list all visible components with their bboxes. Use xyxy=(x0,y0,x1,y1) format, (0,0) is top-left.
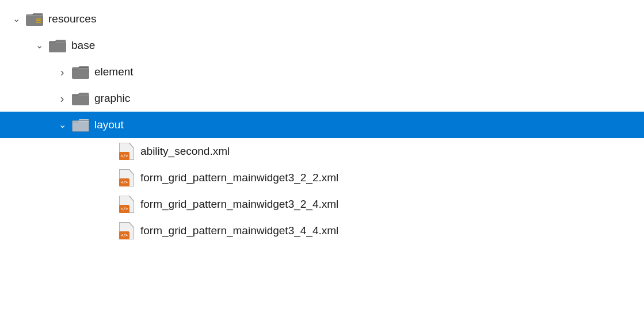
xml-file-icon: </> xyxy=(117,169,136,187)
folder-icon xyxy=(71,64,90,80)
folder-icon xyxy=(25,11,44,27)
tree-item-base[interactable]: base xyxy=(0,32,644,59)
svg-rect-3 xyxy=(36,18,41,20)
item-label: form_grid_pattern_mainwidget3_2_4.xml xyxy=(140,198,338,211)
tree-item-resources[interactable]: resources xyxy=(0,6,644,32)
chevron-right-icon[interactable] xyxy=(55,65,69,79)
xml-file-icon: </> xyxy=(117,195,136,214)
item-label: ability_second.xml xyxy=(140,145,230,158)
item-label: form_grid_pattern_mainwidget3_2_2.xml xyxy=(140,171,338,184)
chevron-down-icon[interactable] xyxy=(55,118,69,132)
item-label: base xyxy=(71,39,95,52)
folder-icon xyxy=(71,90,90,106)
chevron-down-icon[interactable] xyxy=(32,39,46,52)
tree-item-ability_second[interactable]: </> ability_second.xml xyxy=(0,138,644,165)
item-label: form_grid_pattern_mainwidget3_4_4.xml xyxy=(140,224,338,237)
item-label: element xyxy=(94,66,134,78)
item-label: graphic xyxy=(94,92,130,105)
tree-item-layout[interactable]: layout xyxy=(0,112,644,138)
file-tree: resources base element graphic layout </… xyxy=(0,0,644,250)
tree-item-element[interactable]: element xyxy=(0,59,644,85)
chevron-right-icon[interactable] xyxy=(55,92,69,105)
tree-item-form_grid_1[interactable]: </> form_grid_pattern_mainwidget3_2_2.xm… xyxy=(0,165,644,191)
tree-item-graphic[interactable]: graphic xyxy=(0,85,644,112)
svg-rect-2 xyxy=(36,22,41,23)
tree-item-form_grid_2[interactable]: </> form_grid_pattern_mainwidget3_2_4.xm… xyxy=(0,191,644,218)
item-label: layout xyxy=(94,119,124,131)
tree-item-form_grid_3[interactable]: </> form_grid_pattern_mainwidget3_4_4.xm… xyxy=(0,218,644,244)
xml-file-icon: </> xyxy=(117,142,136,161)
item-label: resources xyxy=(48,13,96,25)
folder-icon xyxy=(71,117,90,133)
svg-rect-1 xyxy=(36,20,41,21)
xml-file-icon: </> xyxy=(117,222,136,240)
chevron-down-icon[interactable] xyxy=(9,12,23,26)
folder-icon xyxy=(48,37,67,54)
